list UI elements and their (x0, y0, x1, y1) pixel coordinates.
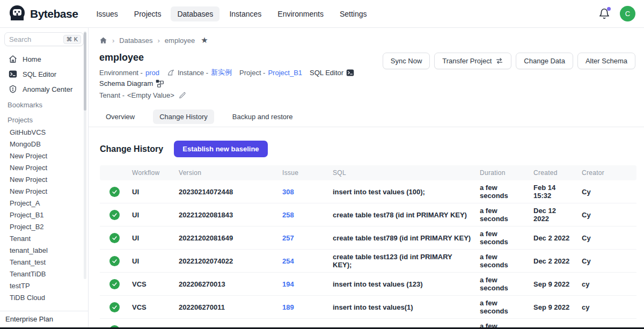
table-row[interactable]: VCS 202206270011 189 insert into test va… (100, 296, 636, 319)
bytebase-logo-icon (9, 4, 26, 24)
sidebar-project-item[interactable]: Project_B1 (0, 209, 88, 221)
sidebar-project-item[interactable]: MongoDB (0, 138, 88, 150)
sidebar-project-item[interactable]: New Project (0, 174, 88, 186)
workflow-cell: UI (128, 250, 174, 273)
issue-link[interactable]: 194 (282, 280, 294, 288)
user-avatar[interactable]: C (620, 6, 635, 21)
status-cell (100, 250, 128, 273)
sync-now-button[interactable]: Sync Now (383, 53, 430, 69)
notifications-button[interactable] (598, 8, 610, 20)
topnav-right: C (598, 6, 635, 21)
sidebar-project-item[interactable]: Project_B2 (0, 221, 88, 233)
creator-cell: Cy (577, 180, 636, 203)
topnav-item[interactable]: Instances (223, 6, 268, 21)
success-check-icon (109, 210, 120, 220)
change-data-button[interactable]: Change Data (516, 53, 573, 69)
alter-schema-button[interactable]: Alter Schema (577, 53, 635, 69)
sidebar-item-sql-editor[interactable]: SQL Editor (0, 67, 88, 82)
search-placeholder: Search (9, 35, 31, 43)
schema-diagram-icon (156, 79, 164, 87)
table-row[interactable]: UI 20221202081649 257 create table test7… (100, 226, 636, 250)
sidebar-project-item[interactable]: testTP (0, 280, 88, 292)
database-tab[interactable]: Backup and restore (226, 109, 299, 124)
table-row[interactable]: UI 20230214072448 308 insert into test v… (100, 180, 636, 203)
issue-link[interactable]: 189 (282, 303, 294, 311)
issue-cell: 257 (278, 226, 328, 250)
bytebase-logo[interactable]: Bytebase (9, 4, 78, 24)
workflow-cell: VCS (128, 319, 174, 328)
edit-pencil-icon[interactable] (179, 92, 186, 99)
issue-cell: 254 (278, 250, 328, 273)
breadcrumb-current[interactable]: employee (165, 36, 195, 45)
table-row[interactable]: UI 20221202081843 258 create table test7… (100, 203, 636, 226)
establish-baseline-button[interactable]: Establish new baseline (174, 141, 267, 157)
topnav-item[interactable]: Issues (90, 6, 124, 21)
database-meta: Environment - prod Instance - 新实例 (99, 68, 383, 99)
sidebar-project-item[interactable]: New Project (0, 150, 88, 162)
topnav-item[interactable]: Databases (171, 6, 219, 21)
version-cell: 20221202081843 (174, 203, 278, 226)
database-tab[interactable]: Change History (153, 109, 214, 124)
home-icon (9, 55, 17, 63)
topnav-item[interactable]: Environments (271, 6, 330, 21)
search-input[interactable]: Search ⌘ K (4, 32, 84, 46)
issue-link[interactable]: 258 (282, 211, 294, 219)
sidebar-project-item[interactable]: tenant_label (0, 245, 88, 257)
sidebar-section-bookmarks: Bookmarks (0, 97, 88, 112)
sidebar-item-anomaly-center[interactable]: Anomaly Center (0, 82, 88, 97)
sidebar-scrollbar-thumb[interactable] (84, 32, 86, 111)
sidebar-item-home[interactable]: Home (0, 52, 88, 67)
table-header-row: Workflow Version Issue SQL Duration Crea… (100, 165, 636, 180)
sidebar-project-item[interactable]: TiDB Cloud (0, 292, 88, 304)
status-cell (100, 296, 128, 319)
engine-fin-icon (167, 69, 175, 77)
creator-cell: Cy (577, 226, 636, 250)
sidebar-project-item[interactable]: GitHubVCS (0, 127, 88, 138)
sidebar-project-item[interactable]: New Project (0, 186, 88, 198)
workflow-cell: UI (128, 226, 174, 250)
breadcrumb: › Databases › employee ★ (99, 35, 635, 45)
schema-diagram-shortcut[interactable]: Schema Diagram (99, 79, 164, 87)
table-row[interactable]: UI 20221202074022 254 create table test1… (100, 250, 636, 273)
instance-link[interactable]: 新实例 (211, 68, 232, 77)
sidebar-project-item[interactable]: New Project (0, 162, 88, 174)
sidebar-project-item[interactable]: Tenant_test (0, 257, 88, 268)
plan-label[interactable]: Enterprise Plan (0, 311, 88, 327)
sidebar: Search ⌘ K Home SQL Editor (0, 28, 89, 327)
duration-cell: a few seconds (475, 296, 529, 319)
status-cell (100, 226, 128, 250)
sidebar-project-item[interactable]: Project_A (0, 198, 88, 209)
sidebar-section-projects: Projects (0, 112, 88, 127)
database-tab[interactable]: Overview (99, 109, 141, 124)
version-cell: 202206270013 (174, 273, 278, 296)
version-cell: 202206270011 (174, 296, 278, 319)
column-header: SQL (328, 165, 475, 180)
environment-link[interactable]: prod (145, 69, 159, 77)
issue-cell: 189 (278, 296, 328, 319)
sql-editor-shortcut[interactable]: SQL Editor (310, 69, 354, 77)
meta-environment: Environment - prod (99, 69, 159, 77)
issue-cell: 258 (278, 203, 328, 226)
status-cell (100, 203, 128, 226)
table-row[interactable]: VCS 202206270010 188 insert into test va… (100, 319, 636, 328)
sql-cell: create table test123 (id int PRIMARY KEY… (328, 250, 475, 273)
breadcrumb-databases[interactable]: Databases (119, 36, 152, 45)
column-header: Version (174, 165, 278, 180)
home-breadcrumb-icon[interactable] (99, 36, 107, 45)
issue-link[interactable]: 257 (282, 234, 294, 242)
topnav-item[interactable]: Settings (333, 6, 374, 21)
status-cell (100, 273, 128, 296)
issue-link[interactable]: 254 (282, 257, 294, 265)
sidebar-project-item[interactable]: TenantTiDB (0, 268, 88, 280)
sidebar-project-item[interactable]: Tenant (0, 233, 88, 245)
meta-tenant: Tenant - <Empty Value> (99, 91, 186, 99)
issue-link[interactable]: 308 (282, 188, 294, 196)
sidebar-item-label: SQL Editor (23, 70, 56, 78)
version-cell: 20221202074022 (174, 250, 278, 273)
transfer-project-button[interactable]: Transfer Project (434, 53, 511, 69)
created-cell: Sep 9 2022 (529, 273, 577, 296)
bookmark-star-icon[interactable]: ★ (201, 35, 208, 45)
project-link[interactable]: Project_B1 (268, 69, 302, 77)
table-row[interactable]: VCS 202206270013 194 insert into test va… (100, 273, 636, 296)
topnav-item[interactable]: Projects (128, 6, 168, 21)
